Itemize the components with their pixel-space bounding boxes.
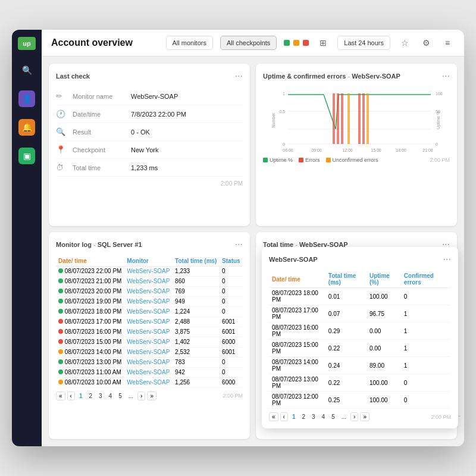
period-button[interactable]: Last 24 hours — [337, 36, 390, 50]
star-icon[interactable]: ☆ — [397, 36, 412, 50]
table-row: 08/07/2023 17:00 PM 0.07 96.75 1 — [269, 305, 451, 322]
grid-icon[interactable]: ⊞ — [316, 36, 330, 50]
log-timestamp: 2:00 PM — [223, 393, 243, 399]
ws-page-1[interactable]: 1 — [290, 413, 298, 421]
page-last-btn[interactable]: » — [147, 392, 156, 400]
page-2[interactable]: 2 — [86, 392, 95, 400]
header: Account overview All monitors All checkp… — [42, 30, 464, 57]
svg-text:09:00: 09:00 — [311, 148, 322, 152]
status-indicator — [58, 369, 63, 374]
uptime-menu[interactable]: ··· — [442, 71, 450, 82]
webserv-card-menu[interactable]: ··· — [443, 254, 451, 265]
sidebar: up 🔍 👤 🔔 ▣ — [12, 30, 42, 446]
status-indicator — [58, 339, 63, 344]
datetime-row: 🕐 Date/time 7/8/2023 22:00 PM — [56, 105, 243, 123]
ws-page-4[interactable]: 4 — [320, 413, 328, 421]
all-monitors-button[interactable]: All monitors — [166, 36, 213, 50]
last-check-header: Last check ··· — [56, 71, 243, 82]
sidebar-item-bell[interactable]: 🔔 — [18, 119, 35, 136]
page-4[interactable]: 4 — [107, 392, 115, 400]
search-icon: 🔍 — [56, 127, 68, 136]
monitor-log-title: Monitor log - SQL Server #1 — [56, 241, 142, 248]
page-title: Account overview — [51, 37, 159, 48]
page-first-btn[interactable]: « — [56, 392, 65, 400]
uptime-title: Uptime & confirmed errors - WebServ-SOAP — [263, 73, 400, 80]
svg-text:0.5: 0.5 — [279, 109, 285, 114]
uptime-legend: Uptime % Errors Unconfirmed errors 2:00 … — [263, 157, 450, 163]
settings-icon[interactable]: ⚙ — [419, 36, 433, 50]
log-pagination: « ‹ 1 2 3 4 5 ... › » 2:00 PM — [56, 392, 243, 400]
ws-col-total: Total time (ms) — [325, 271, 367, 288]
svg-rect-14 — [362, 93, 365, 144]
webserv-card-header: WebServ-SOAP ··· — [269, 254, 451, 265]
table-row: 08/07/2023 10:00 AM WebServ-SOAP 1,256 6… — [56, 377, 243, 387]
checkpoint-row: 📍 Checkpoint New York — [56, 141, 243, 159]
status-colors — [284, 40, 309, 46]
table-row: 08/07/2023 22:00 PM WebServ-SOAP 1,233 0 — [56, 266, 243, 276]
legend-errors: Errors — [299, 157, 320, 163]
menu-icon[interactable]: ≡ — [440, 36, 455, 50]
svg-text:0: 0 — [283, 142, 285, 146]
monitor-log-table: Date/ time Monitor Total time (ms) Statu… — [56, 256, 243, 388]
table-row: 08/07/2023 12:00 PM 0.25 100.00 0 — [269, 392, 451, 409]
sidebar-logo: up — [18, 37, 36, 50]
svg-text:15:00: 15:00 — [371, 148, 381, 152]
svg-rect-11 — [337, 93, 339, 144]
sidebar-item-user[interactable]: 👤 — [18, 90, 35, 107]
result-row: 🔍 Result 0 - OK — [56, 123, 243, 141]
ws-page-prev-btn[interactable]: ‹ — [280, 412, 288, 421]
status-indicator — [58, 380, 63, 384]
svg-text:1: 1 — [283, 92, 285, 96]
uptime-chart-card: Uptime & confirmed errors - WebServ-SOAP… — [256, 64, 457, 226]
table-row: 08/07/2023 13:00 PM WebServ-SOAP 783 0 — [56, 357, 243, 367]
clock-icon: 🕐 — [56, 109, 68, 118]
page-5[interactable]: 5 — [116, 392, 124, 400]
webserv-table: Date/ time Total time (ms) Uptime (%) Co… — [269, 271, 451, 409]
webserv-pagination: « ‹ 1 2 3 4 5 ... › » 2:00 PM — [269, 412, 451, 421]
total-time-row: ⏱ Total time 1,233 ms — [56, 159, 243, 177]
yellow-status-dot — [293, 40, 299, 46]
svg-text:06:00: 06:00 — [283, 148, 293, 152]
table-row: 08/07/2023 14:00 PM WebServ-SOAP 2,532 6… — [56, 347, 243, 357]
status-indicator — [58, 289, 63, 293]
webserv-table-body: 08/07/2023 18:00 PM 0.01 100.00 0 08/07/… — [269, 288, 451, 409]
page-3[interactable]: 3 — [96, 392, 105, 400]
uptime-header: Uptime & confirmed errors - WebServ-SOAP… — [263, 71, 450, 82]
uptime-timestamp: 2:00 PM — [430, 157, 450, 163]
all-checkpoints-button[interactable]: All checkpoints — [220, 36, 277, 50]
page-prev-btn[interactable]: ‹ — [67, 392, 75, 400]
legend-uptime: Uptime % — [263, 157, 293, 163]
ws-col-errors: Confirmed errors — [401, 271, 451, 288]
edit-icon: ✏ — [56, 92, 68, 101]
status-indicator — [58, 329, 63, 334]
ws-page-next-btn[interactable]: › — [350, 412, 358, 421]
status-indicator — [58, 319, 63, 324]
ws-page-last-btn[interactable]: » — [360, 412, 369, 421]
ws-col-datetime: Date/ time — [269, 271, 325, 288]
monitor-log-card: Monitor log - SQL Server #1 ··· Date/ ti… — [49, 232, 250, 440]
svg-text:12:00: 12:00 — [342, 148, 353, 152]
table-row: 08/07/2023 18:00 PM 0.01 100.00 0 — [269, 288, 451, 305]
sidebar-item-search[interactable]: 🔍 — [18, 62, 35, 79]
ws-page-2[interactable]: 2 — [299, 413, 308, 421]
ws-page-5[interactable]: 5 — [329, 413, 337, 421]
page-1[interactable]: 1 — [77, 392, 85, 400]
table-row: 08/07/2023 21:00 PM WebServ-SOAP 860 0 — [56, 276, 243, 286]
table-row: 08/07/2023 20:00 PM WebServ-SOAP 769 0 — [56, 286, 243, 296]
monitor-name-row: ✏ Monitor name WebServ-SOAP — [56, 87, 243, 105]
status-indicator — [58, 268, 63, 273]
sidebar-item-chart[interactable]: ▣ — [18, 148, 35, 164]
last-check-menu[interactable]: ··· — [235, 71, 243, 82]
svg-text:Number: Number — [271, 112, 275, 128]
page-next-btn[interactable]: › — [137, 392, 145, 400]
monitor-log-menu[interactable]: ··· — [235, 239, 243, 250]
location-icon: 📍 — [56, 145, 68, 154]
table-row: 08/07/2023 17:00 PM WebServ-SOAP 2,488 6… — [56, 317, 243, 327]
legend-unconfirmed: Unconfirmed errors — [326, 157, 378, 163]
ws-page-first-btn[interactable]: « — [269, 412, 278, 421]
table-row: 08/07/2023 14:00 PM 0.24 89.00 1 — [269, 357, 451, 374]
ws-page-3[interactable]: 3 — [309, 413, 318, 421]
unconfirmed-legend-dot — [326, 158, 331, 162]
uptime-legend-dot — [263, 158, 268, 162]
table-row: 08/07/2023 15:00 PM 0.22 0.00 1 — [269, 340, 451, 357]
